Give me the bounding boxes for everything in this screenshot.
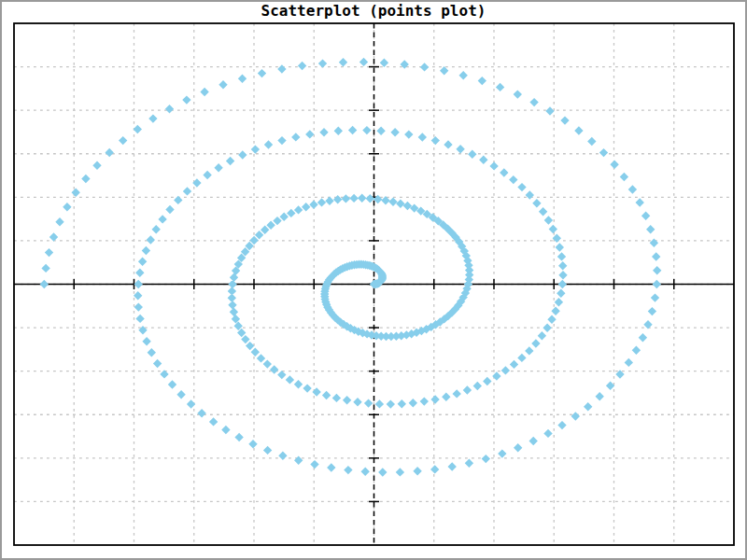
scatter-chart [0,0,747,560]
plot-window: Scatterplot (points plot) [0,0,747,560]
chart-title: Scatterplot (points plot) [0,2,747,21]
